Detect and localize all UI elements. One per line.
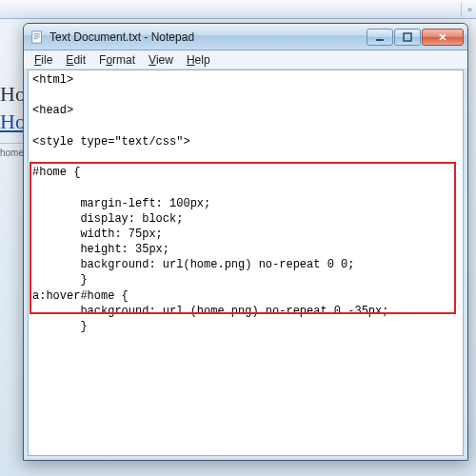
code-line: margin-left: 100px;	[32, 197, 210, 210]
code-line: a:hover#home {	[32, 289, 129, 303]
titlebar[interactable]: Text Document.txt - Notepad	[24, 24, 467, 50]
svg-rect-5	[376, 39, 384, 41]
code-line: }	[32, 320, 88, 333]
notepad-icon	[30, 30, 45, 45]
code-line: background: url(home.png) no-repeat 0 0;	[32, 258, 354, 271]
toolbar-separator	[461, 3, 462, 16]
close-button[interactable]	[422, 29, 464, 46]
code-line: #home {	[32, 166, 80, 179]
code-line: <html>	[32, 73, 73, 87]
code-line: width: 75px;	[32, 228, 163, 241]
code-line: background: url (home.png) no-repeat 0 -…	[32, 305, 388, 318]
menu-format[interactable]: Format	[92, 52, 142, 68]
desktop-background: » Hor Hor home Text Document.txt - Notep…	[0, 0, 476, 476]
menubar: File Edit Format View Help	[24, 50, 467, 69]
text-editor-area[interactable]: <html> <head> <style type="text/css"> #h…	[28, 69, 464, 456]
code-line: height: 35px;	[32, 243, 169, 256]
code-line: display: block;	[32, 212, 183, 226]
maximize-button[interactable]	[394, 29, 421, 46]
code-line: <style type="text/css">	[32, 135, 190, 149]
menu-edit[interactable]: Edit	[59, 52, 92, 68]
minimize-button[interactable]	[367, 29, 393, 46]
window-controls	[367, 29, 464, 46]
code-line: }	[32, 273, 88, 287]
background-footer-text: home	[0, 143, 24, 158]
svg-rect-6	[404, 33, 411, 41]
notepad-window: Text Document.txt - Notepad File Edit Fo…	[23, 23, 468, 461]
menu-help[interactable]: Help	[180, 52, 217, 68]
menu-file[interactable]: File	[28, 52, 59, 68]
overflow-chevron-icon[interactable]: »	[467, 5, 472, 14]
window-title: Text Document.txt - Notepad	[50, 30, 367, 44]
browser-toolbar-fragment: »	[0, 0, 476, 19]
menu-view[interactable]: View	[142, 52, 180, 68]
code-line: <head>	[32, 104, 73, 117]
